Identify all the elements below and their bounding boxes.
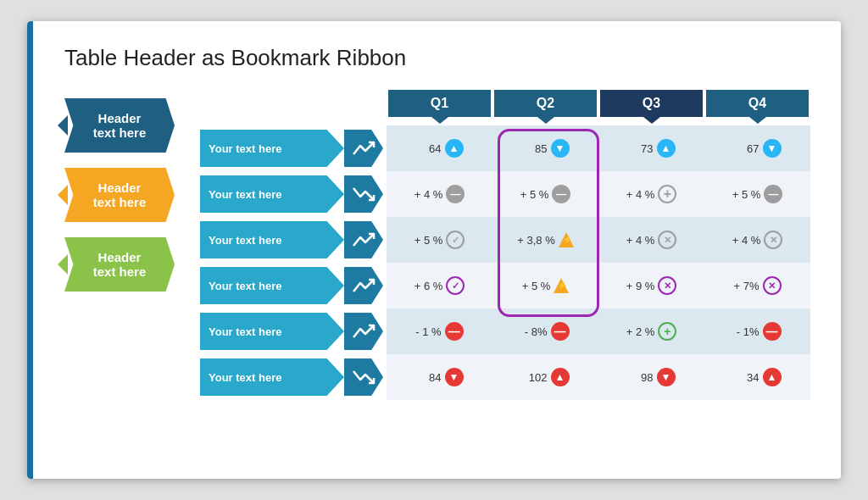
cell-4-4: + 7% ✕ <box>704 263 810 308</box>
cell-2-2: + 5 % — <box>492 171 598 217</box>
bookmark-item-3: Header text here <box>64 237 175 292</box>
x-purple-icon-4-4: ✕ <box>763 276 782 295</box>
slide-accent-bar <box>27 21 33 479</box>
col-header-q2: Q2 <box>494 90 597 117</box>
bookmark-label-2: Header text here <box>93 181 147 209</box>
row-icon-3 <box>344 221 383 258</box>
lightning-icon-4-2: ⚡ <box>554 278 569 293</box>
table-row-5: Your text here - 1 % — <box>200 308 810 354</box>
row-arrow-3: Your text here <box>200 221 344 258</box>
bookmark-label-3: Header text here <box>93 250 147 279</box>
cell-6-3: 98 ▼ <box>598 354 704 400</box>
row-label-wrapper-1: Your text here <box>200 130 387 167</box>
cell-value-6-2: 102 <box>522 371 548 384</box>
cell-2-4: + 5 % — <box>704 171 810 217</box>
row-label-4: Your text here <box>209 280 281 292</box>
cell-1-2: 85 ▼ <box>492 125 598 171</box>
minus-icon-2-2: — <box>552 185 570 203</box>
table-row-1: Your text here 64 ▲ <box>200 125 810 171</box>
bookmark-shape-2: Header text here <box>64 168 175 222</box>
cell-value-5-2: - 8% <box>522 325 548 338</box>
plus-outline-icon-2-3: + <box>658 185 676 203</box>
bookmark-shape-1: Header text here <box>64 98 175 153</box>
bookmark-list: Header text here Header text here Header… <box>64 90 175 292</box>
row-label-wrapper-4: Your text here <box>200 267 387 304</box>
cell-4-3: + 9 % ✕ <box>598 263 704 308</box>
arrow-down-red-icon-6-3: ▼ <box>657 368 676 386</box>
cell-1-3: 73 ▲ <box>598 125 704 171</box>
bookmark-item-2: Header text here <box>64 168 175 222</box>
trend-up-icon-4 <box>352 276 376 295</box>
row-label-5: Your text here <box>209 325 281 338</box>
row-icon-2 <box>344 175 383 213</box>
row-label-wrapper-6: Your text here <box>200 358 387 396</box>
cell-5-3: + 2 % + <box>598 308 704 354</box>
cell-value-5-4: - 1% <box>734 325 760 338</box>
table-row-2: Your text here + 4 % — <box>200 171 810 217</box>
bookmark-item-1: Header text here <box>64 98 175 153</box>
cell-5-2: - 8% — <box>492 308 598 354</box>
x-icon-3-3: ✕ <box>658 231 676 249</box>
cell-value-2-4: + 5 % <box>732 188 761 201</box>
plus-green-icon-5-3: + <box>658 322 676 341</box>
cell-1-4: 67 ▼ <box>704 125 810 171</box>
row-label-wrapper-5: Your text here <box>200 313 387 350</box>
cell-3-3: + 4 % ✕ <box>598 217 704 263</box>
cell-value-1-3: 73 <box>628 142 654 155</box>
trend-down-icon-2 <box>352 185 376 203</box>
table-row-4: Your text here + 6 % ✓ <box>200 263 810 308</box>
row-label-1: Your text here <box>209 142 281 155</box>
minus-icon-2-4: — <box>764 185 782 203</box>
check-purple-icon-4-1: ✓ <box>446 276 465 295</box>
row-icon-1 <box>344 130 383 167</box>
cell-value-4-1: + 6 % <box>415 280 443 292</box>
cell-value-3-2: + 3,8 % <box>517 234 554 247</box>
minus-icon-2-1: — <box>446 185 465 203</box>
col-header-q3: Q3 <box>600 90 703 117</box>
arrow-up-icon-1-3: ▲ <box>657 139 676 158</box>
row-icon-6 <box>344 358 383 396</box>
cell-value-4-4: + 7% <box>734 280 760 292</box>
arrow-down-red-icon-6-1: ▼ <box>445 368 464 386</box>
trend-up-icon-1 <box>352 139 376 158</box>
col-header-q1: Q1 <box>388 90 491 117</box>
cell-5-4: - 1% — <box>704 308 810 354</box>
row-arrow-4: Your text here <box>200 267 344 304</box>
row-icon-4 <box>344 267 383 304</box>
cell-value-4-3: + 9 % <box>626 280 655 292</box>
cell-value-5-1: - 1 % <box>415 325 441 338</box>
slide-title: Table Header as Bookmark Ribbon <box>64 45 810 71</box>
row-arrow-6: Your text here <box>200 358 344 396</box>
bookmark-shape-3: Header text here <box>64 237 175 292</box>
minus-red-icon-5-1: — <box>445 322 464 341</box>
row-label-wrapper-3: Your text here <box>200 221 387 258</box>
cell-value-2-2: + 5 % <box>520 188 549 201</box>
table-header-row: Q1 Q2 Q3 Q4 <box>200 90 810 117</box>
bookmark-notch-2 <box>58 185 68 205</box>
trend-up-icon-5 <box>352 322 376 341</box>
cell-3-4: + 4 % ✕ <box>704 217 810 263</box>
col-header-q4: Q4 <box>706 90 809 117</box>
minus-red-icon-5-4: — <box>763 322 782 341</box>
cell-6-1: 84 ▼ <box>387 354 492 400</box>
row-label-6: Your text here <box>209 371 281 384</box>
arrow-up-red-icon-6-4: ▲ <box>763 368 782 386</box>
row-label-3: Your text here <box>209 234 281 247</box>
row-arrow-1: Your text here <box>200 130 344 167</box>
arrow-up-icon-1-1: ▲ <box>445 139 464 158</box>
slide: Table Header as Bookmark Ribbon Header t… <box>27 21 841 479</box>
arrow-down-icon-1-2: ▼ <box>551 139 570 158</box>
cell-value-6-1: 84 <box>416 371 442 384</box>
arrow-up-red-icon-6-2: ▲ <box>551 368 570 386</box>
cell-6-4: 34 ▲ <box>704 354 810 400</box>
cell-5-1: - 1 % — <box>387 308 492 354</box>
bookmark-label-1: Header text here <box>93 111 147 140</box>
minus-red-icon-5-2: — <box>551 322 570 341</box>
cell-value-3-1: + 5 % <box>415 234 443 247</box>
row-label-2: Your text here <box>209 188 281 201</box>
cell-value-1-4: 67 <box>734 142 760 155</box>
row-icon-5 <box>344 313 383 350</box>
check-icon-3-1: ✓ <box>446 231 465 249</box>
lightning-icon-3-2: ⚡ <box>559 232 574 247</box>
cell-value-5-3: + 2 % <box>626 325 655 338</box>
